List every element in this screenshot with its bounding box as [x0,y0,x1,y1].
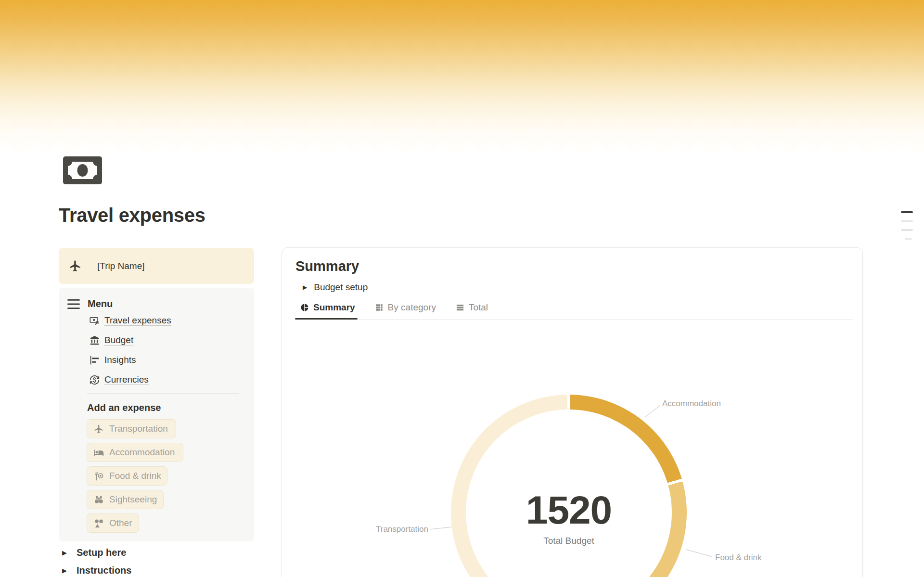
button-label: Sightseeing [109,494,157,505]
leader-line-food-drink [686,550,712,557]
chart-label-food-drink: Food & drink [715,553,761,563]
sidebar-link-travel-expenses[interactable]: Travel expenses [90,314,171,327]
tab-summary[interactable]: Summary [300,302,355,313]
shapes-icon [94,518,104,528]
tab-label: Total [469,302,488,313]
budget-setup-label: Budget setup [314,282,368,293]
pie-chart-icon [300,303,309,312]
airplane-icon [94,424,104,434]
tab-label: By category [388,302,436,313]
button-label: Other [109,518,132,528]
donut-hole [466,410,672,577]
tab-divider [295,319,853,320]
toc-line[interactable] [905,238,912,240]
add-expense-heading: Add an expense [87,402,161,413]
divider [87,393,239,394]
summary-card: Summary ▶ Budget setup Summary By catego… [282,247,863,577]
add-other-button[interactable]: Other [87,513,139,533]
binoculars-icon [94,495,104,505]
table-of-contents-indicator[interactable] [901,211,913,247]
chart-label-accommodation: Accommodation [662,399,721,409]
bar-chart-icon [90,355,100,365]
sidebar-link-insights[interactable]: Insights [90,353,136,367]
add-transportation-button[interactable]: Transportation [87,419,176,438]
grid-icon [375,303,384,312]
tab-total[interactable]: Total [456,302,488,313]
add-sightseeing-button[interactable]: Sightseeing [87,490,164,509]
notion-page: Travel expenses [Trip Name] Menu [0,0,924,577]
toggle-triangle-icon: ▶ [62,567,73,574]
sidebar-link-currencies[interactable]: Currencies [90,373,149,386]
setup-here-toggle[interactable]: ▶ Setup here [62,547,126,558]
toggle-label: Instructions [77,565,131,576]
toggle-label: Setup here [77,547,126,558]
button-label: Transportation [109,423,168,434]
airplane-icon [69,259,82,272]
toggle-triangle-icon: ▶ [62,549,73,556]
tab-by-category[interactable]: By category [375,302,436,313]
sidebar-link-label: Insights [104,355,136,365]
banknote-icon[interactable] [63,156,102,184]
add-food-drink-button[interactable]: Food & drink [87,466,167,486]
menu-panel: Menu Travel expenses Budget Insights [59,288,254,541]
trip-name-callout[interactable]: [Trip Name] [59,248,254,284]
tab-label: Summary [313,302,355,313]
toc-line[interactable] [901,211,913,213]
sidebar-link-budget[interactable]: Budget [90,333,133,347]
instructions-toggle[interactable]: ▶ Instructions [62,565,131,576]
button-label: Food & drink [109,471,161,481]
page-title: Travel expenses [59,205,205,226]
currency-exchange-icon [90,375,100,385]
trip-name-label: [Trip Name] [97,261,145,271]
banknote-arrow-icon [90,316,100,326]
budget-setup-toggle[interactable]: ▶ Budget setup [303,282,368,293]
menu-heading: Menu [88,298,113,309]
rows-icon [456,303,464,312]
chart-label-transportation: Transportation [376,525,425,534]
active-tab-underline [295,318,358,320]
budget-donut-chart[interactable] [451,395,687,577]
card-title: Summary [295,258,359,274]
sidebar-link-label: Currencies [104,374,149,385]
menu-heading-row: Menu [67,298,113,309]
page-cover-gradient [0,0,924,155]
fork-plate-icon [94,471,104,481]
sidebar-link-label: Budget [104,335,133,346]
leader-line-accommodation [645,405,660,417]
toc-line[interactable] [901,220,913,222]
toc-line[interactable] [901,229,913,231]
chart-tabs: Summary By category Total [300,302,508,313]
sidebar-link-label: Travel expenses [104,315,171,326]
button-label: Accommodation [109,447,175,458]
bank-icon [90,335,100,346]
hamburger-icon [67,299,80,309]
leader-line-transportation [430,527,452,529]
bed-icon [94,448,104,458]
toggle-triangle-icon: ▶ [303,284,307,291]
add-accommodation-button[interactable]: Accommodation [87,443,183,462]
